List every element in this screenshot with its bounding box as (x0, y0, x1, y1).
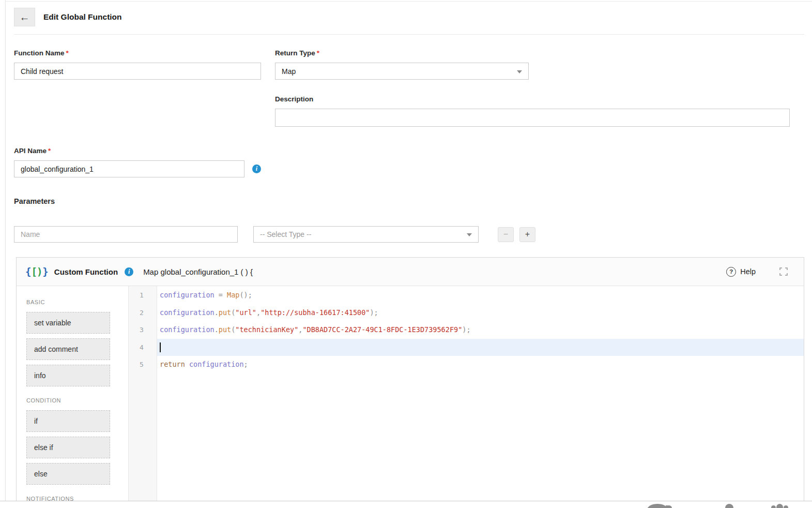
snippet-block-if[interactable]: if (26, 410, 110, 432)
required-asterisk: * (48, 147, 51, 155)
back-button[interactable]: ← (14, 8, 35, 26)
code-line-3[interactable]: configuration.put("technicianKey","DB8AD… (157, 321, 804, 339)
chevron-down-icon (467, 233, 472, 236)
api-name-label: API Name* (14, 147, 261, 155)
return-type-label: Return Type* (275, 49, 529, 57)
code-token: . (215, 308, 219, 317)
code-token: . (215, 325, 219, 334)
page-title: Edit Global Function (43, 12, 122, 22)
chat-icon-tail (666, 505, 672, 508)
code-token: configuration (160, 325, 215, 334)
line-number: 5 (129, 356, 157, 373)
code-token: configuration (160, 291, 215, 299)
custom-function-panel: {[)} Custom Function i Map global_config… (16, 257, 804, 508)
line-number-gutter: 12345 (129, 286, 157, 508)
code-line-5[interactable]: return configuration; (157, 356, 804, 373)
code-token: "url" (235, 308, 256, 317)
remove-parameter-button[interactable]: − (498, 227, 514, 242)
panel-top-edge (5, 1, 812, 2)
code-token: "technicianKey" (235, 325, 298, 334)
function-name-label: Function Name* (14, 49, 261, 57)
code-token: put (219, 325, 231, 334)
api-name-field: API Name* i (14, 147, 261, 177)
page-header: ← Edit Global Function (14, 8, 122, 26)
parameters-heading: Parameters (14, 197, 55, 211)
code-token: configuration (160, 308, 215, 317)
snippet-block-add-comment[interactable]: add comment (26, 338, 110, 360)
code-token: configuration (189, 360, 244, 368)
code-token: = (215, 291, 227, 299)
api-name-input[interactable] (14, 160, 244, 177)
return-type-select[interactable]: Map (275, 63, 529, 80)
deluge-braces-icon: {[)} (25, 266, 48, 277)
parameter-name-input[interactable] (14, 226, 238, 243)
header-divider (14, 34, 804, 35)
help-button[interactable]: ? Help (726, 267, 756, 277)
line-number: 3 (129, 321, 157, 339)
info-dot-icon[interactable] (725, 504, 733, 508)
code-line-4[interactable] (157, 339, 804, 356)
function-signature: Map global_configuration_1 ( ) { (143, 267, 253, 276)
sidebar-section-label: BASIC (26, 299, 128, 305)
description-input[interactable] (275, 109, 790, 127)
code-token: Map (227, 291, 239, 299)
group-icon-head-right (784, 505, 788, 508)
custom-function-body: BASICset variableadd commentinfoCONDITIO… (17, 286, 804, 508)
code-token: (); (239, 291, 252, 299)
snippet-sidebar: BASICset variableadd commentinfoCONDITIO… (17, 286, 129, 508)
parameter-row: -- Select Type -- − + (14, 226, 535, 243)
line-number: 1 (129, 287, 157, 304)
viewport-bottom-strip (0, 501, 812, 508)
sidebar-section-label: CONDITION (26, 397, 128, 404)
panel-left-edge (5, 0, 6, 508)
snippet-block-set-variable[interactable]: set variable (26, 312, 110, 334)
expand-icon[interactable] (779, 267, 788, 276)
arrow-left-icon: ← (20, 11, 30, 23)
required-asterisk: * (317, 49, 319, 57)
code-token: "http://subha-16617:41500" (261, 308, 370, 317)
panel-title: Custom Function (54, 267, 118, 276)
info-circle-icon[interactable]: i (252, 165, 261, 173)
snippet-block-else-if[interactable]: else if (26, 437, 110, 458)
add-parameter-button[interactable]: + (519, 227, 535, 242)
snippet-block-else[interactable]: else (26, 463, 110, 485)
info-circle-icon[interactable]: i (125, 267, 133, 276)
description-field: Description (275, 95, 790, 127)
group-icon-head-left (771, 505, 776, 508)
code-token: ; (244, 360, 248, 368)
code-line-1[interactable]: configuration = Map(); (157, 287, 804, 304)
parameter-type-select[interactable]: -- Select Type -- (253, 226, 479, 243)
line-number: 4 (129, 339, 157, 356)
required-asterisk: * (66, 49, 69, 57)
return-type-value: Map (282, 67, 296, 76)
chevron-down-icon (517, 70, 522, 73)
return-type-field: Return Type* Map (275, 49, 529, 80)
code-line-2[interactable]: configuration.put("url","http://subha-16… (157, 304, 804, 322)
line-number: 2 (129, 304, 157, 322)
code-token: return (160, 360, 185, 368)
code-token: ); (462, 325, 470, 334)
function-name-input[interactable] (14, 63, 261, 80)
code-token (185, 360, 189, 368)
text-cursor (160, 342, 161, 352)
parameter-type-placeholder: -- Select Type -- (260, 230, 311, 238)
snippet-block-info[interactable]: info (26, 365, 110, 386)
bottom-divider (0, 501, 812, 501)
description-label: Description (275, 95, 790, 103)
question-circle-icon: ? (726, 267, 736, 277)
custom-function-header: {[)} Custom Function i Map global_config… (17, 258, 804, 286)
edit-global-function-page: ← Edit Global Function Function Name* Re… (0, 0, 812, 508)
code-editor[interactable]: configuration = Map();configuration.put(… (157, 286, 804, 508)
function-name-field: Function Name* (14, 49, 261, 80)
group-icon[interactable] (776, 504, 783, 508)
code-token: , (256, 308, 261, 317)
code-token: ); (370, 308, 378, 317)
code-token: put (219, 308, 231, 317)
code-token: "DB8AD7CC-2A27-49C1-8FDC-1E3D739562F9" (302, 325, 462, 334)
chat-icon[interactable] (647, 504, 668, 508)
